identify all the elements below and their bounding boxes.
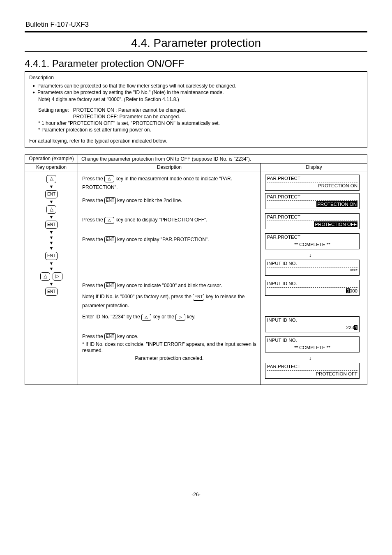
disp-header: Display [261, 163, 367, 171]
lcd-display: INPUT ID NO. **** [265, 260, 360, 276]
right-key-inline-icon: ▷ [175, 314, 185, 321]
desc-note: Note) 4 digits are factory set at "0000"… [38, 96, 363, 103]
step2-desc: Press the △ key once to display "PROTECT… [82, 216, 256, 225]
step4-note: Note) If ID No. is "0000" (as factory se… [82, 292, 256, 310]
setting-off: PROTECTION OFF: Parameter can be changed… [73, 114, 180, 120]
rule-top [25, 31, 367, 32]
desc-bullet-1: Parameters can be protected so that the … [32, 83, 363, 89]
lcd-display: INPUT ID NO. 2234 [265, 316, 360, 332]
down-arrow-icon: ▼ [25, 241, 78, 245]
down-arrow-icon: ▼ [25, 230, 78, 235]
desc-header: Description [78, 163, 261, 171]
down-arrow-icon: ▼ [25, 215, 78, 219]
ent-key-inline-icon: ENT [104, 282, 116, 289]
step1-desc: Press the △ key in the measurement mode … [82, 175, 256, 192]
op-example-header: Operation (example) [25, 154, 78, 163]
up-key-icon: △ [46, 175, 56, 183]
up-key-inline-icon: △ [104, 217, 114, 224]
ent-key-inline-icon: ENT [104, 236, 116, 243]
lcd-display: INPUT ID NO. 0000 [265, 280, 360, 296]
ent-key-icon: ENT [45, 221, 58, 229]
desc-bullet-2: Parameters can be protected by setting t… [32, 89, 363, 96]
star-note-1: * 1 hour after "PROTECTION OFF" is set, … [38, 120, 363, 127]
step4-desc: Press the ENT key once to indicate "0000… [82, 281, 256, 290]
lcd-display: PAR.PROTECT PROTECTION ON [265, 193, 360, 209]
rule-mid [25, 51, 367, 52]
down-arrow-icon: ▼ [25, 261, 78, 266]
lcd-display: INPUT ID NO. ** COMPLETE ** [265, 336, 360, 352]
bulletin-header: Bulletin F-107-UXF3 [25, 21, 367, 29]
down-arrow-text: ↓ [265, 355, 355, 361]
ent-key-icon: ENT [45, 288, 58, 296]
ent-key-inline-icon: ENT [104, 333, 116, 340]
step3-desc: Press the ENT key once to display "PAR.P… [82, 235, 256, 244]
ent-key-inline-icon: ENT [104, 197, 116, 204]
procedure-table: Operation (example) Change the parameter… [25, 154, 367, 385]
display-column: PAR.PROTECT PROTECTION ON PAR.PROTECT PR… [261, 171, 367, 385]
page-number: -26- [25, 492, 367, 497]
up-key-inline-icon: △ [104, 175, 114, 182]
up-key-icon: △ [40, 272, 50, 281]
example-text: Change the parameter protection from ON … [78, 154, 367, 163]
setting-on: PROTECTION ON : Parameter cannot be chan… [73, 107, 186, 113]
section-title: 4.4. Parameter protection [25, 37, 367, 50]
lcd-display: PAR.PROTECT PROTECTION ON [265, 175, 360, 191]
step6-error: * If ID No. does not coincide, "INPUT ER… [82, 341, 256, 354]
lcd-display: PAR.PROTECT PROTECTION OFF [265, 363, 360, 379]
desc-final: For actual keying, refer to the typical … [29, 138, 363, 144]
down-arrow-icon: ▼ [25, 282, 78, 286]
down-arrow-icon: ▼ [25, 200, 78, 204]
step6-desc: Press the ENT key once. [82, 332, 256, 341]
desc-column: Press the △ key in the measurement mode … [78, 171, 261, 385]
setting-label: Setting range: [38, 107, 69, 113]
description-label: Description [29, 74, 363, 81]
subsection-title: 4.4.1. Parameter protection ON/OFF [25, 58, 367, 69]
down-arrow-icon: ▼ [25, 267, 78, 271]
ent-key-icon: ENT [45, 252, 58, 260]
down-arrow-icon: ▼ [25, 246, 78, 251]
description-box: Description Parameters can be protected … [25, 71, 367, 148]
right-key-icon: ▷ [53, 272, 62, 281]
lcd-display: PAR.PROTECT ** COMPLETE ** [265, 233, 360, 249]
keyop-header: Key operation [25, 163, 78, 171]
down-arrow-text: ↓ [265, 252, 355, 258]
key-ops-column: △ ▼ ENT ▼ △ ▼ ENT ▼ ▼ ▼ ▼ ENT ▼ ▼ △ ▷ [25, 171, 78, 385]
step5-desc: Enter ID No. "2234" by the △ key or the … [82, 313, 256, 322]
down-arrow-icon: ▼ [25, 184, 78, 189]
down-arrow-icon: ▼ [25, 235, 78, 240]
ent-key-inline-icon: ENT [193, 294, 204, 301]
lcd-display: PAR.PROTECT PROTECTION OFF [265, 213, 360, 229]
star-note-2: * Parameter protection is set after turn… [38, 127, 363, 133]
step1b-desc: Press the ENT key once to blink the 2nd … [82, 196, 256, 205]
up-key-inline-icon: △ [141, 314, 151, 321]
up-key-icon: △ [46, 205, 56, 214]
ent-key-icon: ENT [45, 190, 58, 198]
step6-cancel: Parameter protection canceled. [82, 354, 256, 363]
